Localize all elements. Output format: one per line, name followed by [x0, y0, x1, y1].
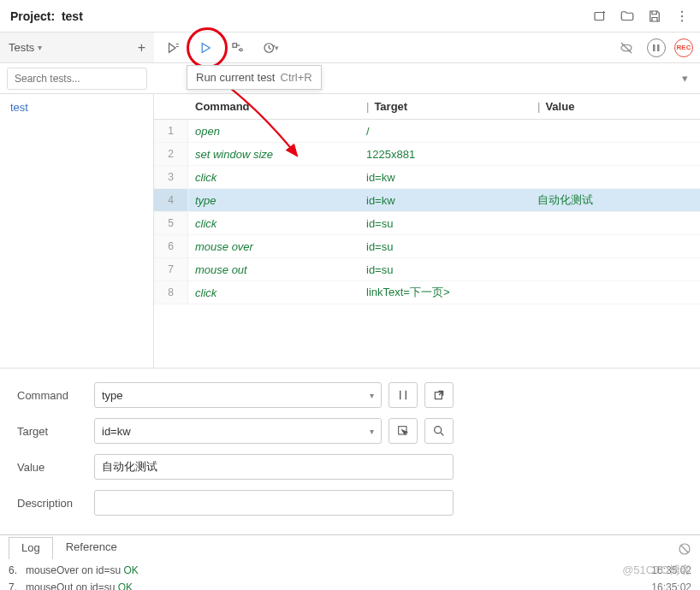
tab-log[interactable]: Log	[9, 537, 53, 559]
row-number: 3	[154, 166, 188, 188]
svg-point-5	[240, 48, 242, 50]
row-target: id=su	[359, 240, 531, 253]
column-value: |Value	[531, 100, 700, 113]
editor-target-label: Target	[17, 425, 94, 438]
row-number: 1	[154, 120, 188, 142]
disable-breakpoints-icon[interactable]	[614, 36, 638, 60]
row-number: 8	[154, 281, 188, 304]
find-target-button[interactable]	[424, 418, 454, 444]
log-line: 7.mouseOut on id=su OK16:35:02	[9, 579, 691, 590]
row-target: 1225x881	[359, 148, 531, 161]
target-select[interactable]: id=kw▾	[94, 418, 382, 444]
row-command: open	[188, 125, 359, 138]
svg-rect-0	[595, 12, 604, 20]
log-output: 6.mouseOver on id=su OK16:35:027.mouseOu…	[0, 558, 700, 590]
row-command: mouse over	[188, 240, 359, 253]
select-target-button[interactable]	[389, 418, 418, 444]
more-menu-icon[interactable]	[674, 9, 690, 24]
table-row[interactable]: 4typeid=kw自动化测试	[154, 189, 700, 212]
run-current-test-button[interactable]: Run current testCtrl+R	[193, 36, 217, 60]
table-row[interactable]: 2set window size1225x881	[154, 143, 700, 166]
step-over-button[interactable]	[226, 36, 250, 60]
sidebar-item-test[interactable]: test	[0, 94, 153, 121]
value-input[interactable]: 自动化测试	[94, 454, 454, 480]
header-bar: Project: test	[0, 0, 700, 32]
add-test-button[interactable]: +	[138, 40, 145, 56]
run-all-tests-button[interactable]	[161, 36, 185, 60]
row-number: 5	[154, 212, 188, 234]
pause-on-exception-button[interactable]	[647, 38, 666, 57]
record-button[interactable]: REC	[674, 38, 693, 57]
new-project-icon[interactable]	[592, 9, 608, 24]
editor-command-label: Command	[17, 389, 94, 402]
column-command: Command	[188, 100, 359, 113]
svg-point-3	[681, 20, 683, 21]
table-row[interactable]: 8clicklinkText=下一页>	[154, 281, 700, 304]
command-select[interactable]: type▾	[94, 382, 382, 408]
row-command: set window size	[188, 148, 359, 161]
command-editor: Command type▾ Target id=kw▾ Value 自动化测试 …	[0, 368, 700, 534]
row-target: id=su	[359, 263, 531, 276]
table-row[interactable]: 3clickid=kw	[154, 166, 700, 189]
chevron-down-icon: ▾	[38, 43, 42, 52]
open-project-icon[interactable]	[620, 9, 635, 24]
clear-log-icon[interactable]	[678, 542, 691, 558]
row-target: /	[359, 125, 531, 138]
row-number: 2	[154, 143, 188, 165]
row-value: 自动化测试	[531, 192, 700, 208]
run-tooltip: Run current testCtrl+R	[187, 65, 322, 90]
row-target: id=su	[359, 217, 531, 230]
table-row[interactable]: 1open/	[154, 120, 700, 143]
speed-button[interactable]: ▾	[258, 36, 282, 60]
tab-reference[interactable]: Reference	[53, 536, 130, 558]
project-label: Project: test	[10, 9, 83, 23]
row-command: type	[188, 194, 359, 207]
row-target: linkText=下一页>	[359, 285, 531, 300]
table-row[interactable]: 5clickid=su	[154, 212, 700, 235]
search-tests-box	[0, 63, 154, 93]
log-line: 6.mouseOver on id=su OK16:35:02	[9, 562, 691, 579]
log-tabs: Log Reference	[0, 534, 700, 558]
table-row[interactable]: 7mouse outid=su	[154, 258, 700, 281]
row-command: click	[188, 217, 359, 230]
column-target: |Target	[359, 100, 531, 113]
svg-point-2	[681, 15, 683, 16]
tests-sidebar: test	[0, 94, 154, 368]
open-new-window-button[interactable]	[424, 382, 454, 408]
row-number: 4	[154, 189, 188, 211]
row-number: 7	[154, 258, 188, 280]
tests-label: Tests	[9, 41, 34, 54]
table-row[interactable]: 6mouse overid=su	[154, 235, 700, 258]
toggle-command-button[interactable]	[389, 382, 418, 408]
row-target: id=kw	[359, 194, 531, 207]
row-command: click	[188, 286, 359, 299]
svg-rect-4	[233, 43, 237, 47]
commands-table-header: Command |Target |Value	[154, 94, 700, 120]
row-target: id=kw	[359, 171, 531, 184]
editor-description-label: Description	[17, 497, 94, 510]
editor-value-label: Value	[17, 461, 94, 474]
svg-rect-9	[657, 44, 660, 51]
search-input[interactable]	[7, 68, 147, 90]
row-command: mouse out	[188, 263, 359, 276]
svg-point-1	[681, 10, 683, 12]
tests-panel-header[interactable]: Tests ▾ +	[0, 32, 154, 62]
row-number: 6	[154, 235, 188, 257]
commands-table-body: 1open/2set window size1225x8813clickid=k…	[154, 120, 700, 368]
description-input[interactable]	[94, 490, 454, 516]
svg-point-12	[435, 427, 442, 434]
svg-rect-8	[653, 44, 656, 51]
chevron-down-icon[interactable]: ▾	[676, 70, 693, 87]
row-command: click	[188, 171, 359, 184]
toolbar: Run current testCtrl+R ▾ REC	[154, 32, 700, 62]
save-project-icon[interactable]	[647, 9, 662, 24]
